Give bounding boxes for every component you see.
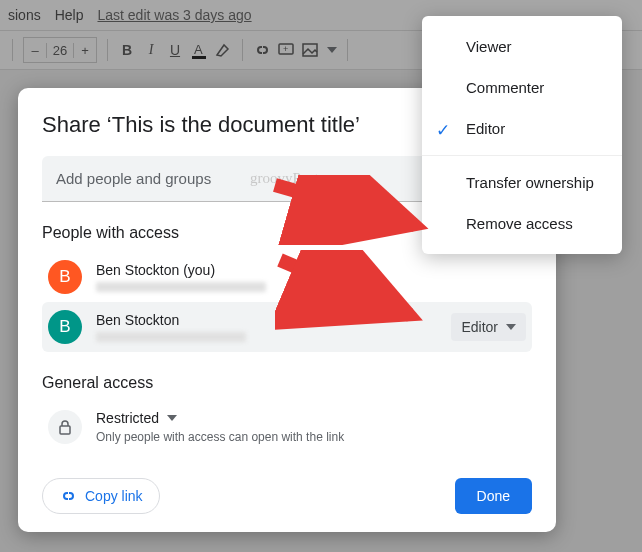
general-access-row: Restricted Only people with access can o… bbox=[42, 402, 532, 452]
role-dropdown-button[interactable]: Editor bbox=[451, 313, 526, 341]
lock-icon bbox=[48, 410, 82, 444]
link-icon bbox=[59, 487, 77, 505]
chevron-down-icon bbox=[506, 324, 516, 330]
dropdown-item-commenter[interactable]: Commenter bbox=[422, 67, 622, 108]
annotation-arrow bbox=[275, 250, 435, 330]
annotation-arrow bbox=[270, 175, 440, 245]
person-name: Ben Stockton bbox=[96, 312, 246, 328]
role-dropdown-menu: Viewer Commenter ✓ Editor Transfer owner… bbox=[422, 16, 622, 254]
svg-rect-5 bbox=[60, 426, 70, 434]
svg-line-7 bbox=[280, 260, 410, 315]
dropdown-item-remove-access[interactable]: Remove access bbox=[422, 203, 622, 244]
svg-line-6 bbox=[275, 185, 415, 225]
done-button[interactable]: Done bbox=[455, 478, 532, 514]
add-people-placeholder: Add people and groups bbox=[56, 170, 211, 187]
dropdown-item-viewer[interactable]: Viewer bbox=[422, 26, 622, 67]
check-icon: ✓ bbox=[436, 120, 450, 141]
general-access-dropdown[interactable]: Restricted bbox=[96, 410, 344, 426]
general-access-heading: General access bbox=[42, 374, 532, 392]
person-email-redacted bbox=[96, 282, 266, 292]
chevron-down-icon bbox=[167, 415, 177, 421]
general-access-label: Restricted bbox=[96, 410, 159, 426]
dropdown-separator bbox=[422, 155, 622, 156]
dropdown-item-editor[interactable]: ✓ Editor bbox=[422, 108, 622, 149]
person-name: Ben Stockton (you) bbox=[96, 262, 266, 278]
avatar: B bbox=[48, 260, 82, 294]
person-email-redacted bbox=[96, 332, 246, 342]
copy-link-label: Copy link bbox=[85, 488, 143, 504]
dropdown-item-transfer-ownership[interactable]: Transfer ownership bbox=[422, 162, 622, 203]
avatar: B bbox=[48, 310, 82, 344]
role-label: Editor bbox=[461, 319, 498, 335]
copy-link-button[interactable]: Copy link bbox=[42, 478, 160, 514]
general-access-subtext: Only people with access can open with th… bbox=[96, 430, 344, 444]
